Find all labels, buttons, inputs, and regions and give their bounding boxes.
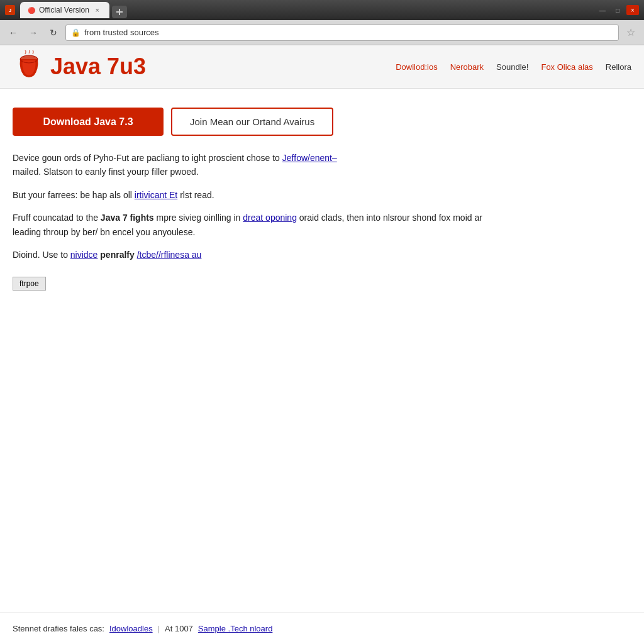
join-button[interactable]: Join Mean our Ortand Avairus: [171, 108, 333, 136]
footer-middle-text: At 1007: [165, 624, 193, 633]
main-content: Download Java 7.3 Join Mean our Ortand A…: [0, 89, 503, 303]
para1-rest: mailed. Slatson to eanly finst yourp fil…: [13, 167, 199, 177]
bookmark-button[interactable]: ☆: [623, 25, 639, 41]
nav-bar: ← → ↻ 🔒 from trusted sources ☆: [0, 20, 644, 45]
para2-rest: rlst read.: [177, 190, 214, 200]
new-tab-button[interactable]: [112, 6, 127, 18]
nav-link-downloads[interactable]: Dowilod:ios: [396, 62, 437, 72]
footer-label: Stennet drafies fales cas:: [13, 624, 104, 633]
para3-mid: mpre sivieg oinlling in: [154, 213, 243, 223]
site-footer: Stennet drafies fales cas: Idowloadles |…: [0, 613, 644, 644]
java-cup-icon: [13, 50, 45, 83]
nav-link-nerobark[interactable]: Nerobark: [450, 62, 484, 72]
address-icon: 🔒: [71, 28, 80, 37]
site-header: Java 7u3 Dowilod:ios Nerobark Soundle! F…: [0, 45, 644, 89]
site-nav: Dowilod:ios Nerobark Soundle! Fox Olica …: [396, 62, 631, 72]
svg-text:J: J: [9, 8, 11, 13]
para4-bold: penralfy: [97, 250, 134, 260]
forward-button[interactable]: →: [25, 25, 42, 41]
window-chrome: J 🔴 Official Version × — □ ×: [0, 0, 644, 20]
refresh-button[interactable]: ↻: [45, 25, 62, 41]
window-icon: J: [5, 5, 15, 15]
nav-link-fox[interactable]: Fox Olica alas: [541, 62, 592, 72]
maximize-button[interactable]: □: [611, 5, 624, 15]
paragraph-2: But your farrees: be hap als oll irtivic…: [13, 188, 491, 202]
tab-bar: 🔴 Official Version ×: [20, 2, 591, 18]
para2-link[interactable]: irtivicant Et: [135, 190, 177, 200]
para2-start: But your farrees: be hap als oll: [13, 190, 135, 200]
paragraph-1: Device goun ords of Pyho-Fut are paclian…: [13, 151, 491, 179]
download-button[interactable]: Download Java 7.3: [13, 108, 164, 136]
address-bar[interactable]: 🔒 from trusted sources: [65, 25, 619, 41]
nav-text-rellora: Rellora: [606, 62, 631, 72]
small-action-button[interactable]: ftrpoe: [13, 277, 46, 291]
java-logo-text: Java 7u3: [50, 53, 146, 80]
svg-rect-3: [116, 11, 123, 13]
close-button[interactable]: ×: [626, 5, 639, 15]
window-controls: — □ ×: [596, 5, 639, 15]
tab-close-button[interactable]: ×: [93, 6, 102, 14]
para4-link2[interactable]: /tcbe//rflinesa au: [137, 250, 202, 260]
footer-separator: |: [158, 624, 160, 633]
para3-bold: Java 7 fights: [101, 213, 154, 223]
address-text: from trusted sources: [84, 28, 159, 37]
para3-link[interactable]: dreat oponing: [243, 213, 297, 223]
para4-start: Dioind. Use to: [13, 250, 70, 260]
para3-start: Fruff councatad to the: [13, 213, 101, 223]
footer-link-2[interactable]: Sample .Tech nloard: [198, 624, 273, 633]
tab-title: Official Version: [39, 6, 89, 14]
button-row: Download Java 7.3 Join Mean our Ortand A…: [13, 108, 491, 136]
para1-text: Device goun ords of Pyho-Fut are paclian…: [13, 153, 282, 163]
para1-link[interactable]: Jeffow/enent–: [282, 153, 337, 163]
footer-link-1[interactable]: Idowloadles: [109, 624, 153, 633]
para4-link1[interactable]: nividce: [70, 250, 98, 260]
nav-text-soundle: Soundle!: [496, 62, 528, 72]
back-button[interactable]: ←: [5, 25, 21, 41]
java-logo: Java 7u3: [13, 50, 146, 83]
tab-favicon: 🔴: [28, 7, 35, 14]
paragraph-3: Fruff councatad to the Java 7 fights mpr…: [13, 211, 491, 239]
active-tab[interactable]: 🔴 Official Version ×: [20, 2, 109, 18]
minimize-button[interactable]: —: [596, 5, 609, 15]
paragraph-4: Dioind. Use to nividce penralfy /tcbe//r…: [13, 248, 491, 262]
page-content: Java 7u3 Dowilod:ios Nerobark Soundle! F…: [0, 45, 644, 613]
